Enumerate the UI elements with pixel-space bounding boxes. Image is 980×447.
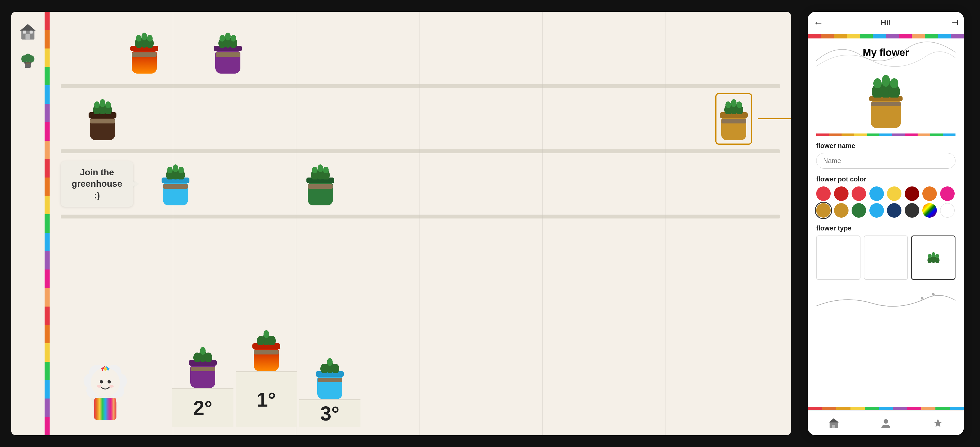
swatch-red[interactable] <box>816 186 831 201</box>
main-panel: Join the greenhouse :) <box>11 12 791 435</box>
pot-blue-1 <box>162 163 189 205</box>
my-flower-title: My flower <box>816 47 956 59</box>
swatch-orange[interactable] <box>922 186 937 201</box>
svg-point-40 <box>178 167 184 173</box>
svg-point-15 <box>136 35 142 41</box>
svg-point-85 <box>932 252 935 257</box>
swatch-dark-red2[interactable] <box>905 186 919 201</box>
selected-pot-area[interactable] <box>715 93 752 145</box>
svg-point-80 <box>873 78 882 88</box>
svg-point-7 <box>29 56 34 63</box>
sidebar <box>11 12 45 435</box>
plant-icon[interactable] <box>19 52 37 70</box>
home-icon[interactable] <box>19 23 37 41</box>
svg-point-81 <box>890 78 898 88</box>
swatch-red2[interactable] <box>851 186 866 201</box>
flower-name-input[interactable] <box>816 153 956 169</box>
pot-golden-selected <box>720 97 748 140</box>
flower-type-grid <box>816 235 956 280</box>
flower-preview <box>816 72 956 128</box>
speech-bubble: Join the greenhouse :) <box>61 161 133 207</box>
swatch-rainbow[interactable] <box>922 203 937 218</box>
swatch-pink[interactable] <box>940 186 955 201</box>
svg-point-6 <box>21 56 27 63</box>
shelf-1 <box>61 84 780 88</box>
svg-point-38 <box>173 164 178 172</box>
swatch-dark[interactable] <box>905 203 919 218</box>
swatch-green[interactable] <box>851 203 866 218</box>
svg-point-57 <box>97 385 102 388</box>
back-button[interactable]: ← <box>813 17 823 29</box>
pot-red-orange <box>130 31 158 73</box>
svg-point-88 <box>921 297 923 299</box>
flower-type-empty-2[interactable] <box>864 235 908 280</box>
phone-header: ← Hi! ⊣ <box>808 12 964 34</box>
svg-point-86 <box>928 254 932 259</box>
right-panel: ← Hi! ⊣ My flower <box>808 12 964 435</box>
swatch-yellow[interactable] <box>887 186 902 201</box>
svg-marker-91 <box>829 418 839 423</box>
svg-point-75 <box>327 358 332 366</box>
rainbow-strip-top <box>808 34 964 38</box>
svg-rect-4 <box>30 31 33 34</box>
svg-point-89 <box>932 293 935 296</box>
svg-point-22 <box>231 35 236 41</box>
pot-podium-1 <box>252 329 280 371</box>
pot-dark-green <box>306 163 334 205</box>
svg-rect-2 <box>25 34 30 40</box>
flower-type-label: flower type <box>816 224 956 232</box>
svg-point-79 <box>882 75 890 87</box>
swatch-navy[interactable] <box>887 203 902 218</box>
svg-point-87 <box>935 254 939 259</box>
swatch-golden2[interactable] <box>834 203 848 218</box>
flower-type-empty-1[interactable] <box>816 235 861 280</box>
svg-point-56 <box>108 380 111 383</box>
svg-point-39 <box>167 167 173 173</box>
swatch-white[interactable] <box>940 203 955 218</box>
exit-button[interactable]: ⊣ <box>951 18 958 27</box>
pot-podium-3 <box>316 356 344 399</box>
svg-point-46 <box>323 167 329 173</box>
pot-purple-1 <box>214 31 242 73</box>
svg-point-58 <box>109 385 114 388</box>
podium-area: 2° <box>172 329 361 427</box>
svg-rect-62 <box>94 398 116 420</box>
swatch-golden[interactable] <box>816 203 831 218</box>
shelf-3 <box>61 215 780 218</box>
flower-pot-color-label: flower pot color <box>816 175 956 183</box>
swatch-blue[interactable] <box>869 186 884 201</box>
svg-point-93 <box>884 419 888 423</box>
nav-profile[interactable] <box>878 415 894 431</box>
svg-marker-1 <box>20 24 35 30</box>
greenhouse-area: Join the greenhouse :) <box>49 12 791 435</box>
svg-point-14 <box>142 33 147 40</box>
phone-title: Hi! <box>881 18 891 27</box>
flower-type-selected[interactable] <box>911 235 956 280</box>
svg-point-16 <box>147 35 153 41</box>
character-mascot <box>75 346 136 424</box>
flower-name-label: flower name <box>816 142 956 150</box>
svg-point-45 <box>312 167 318 173</box>
svg-point-55 <box>100 380 103 383</box>
svg-rect-10 <box>25 62 30 64</box>
phone-body: My flower <box>808 38 964 407</box>
svg-point-33 <box>725 102 731 108</box>
pot-dark-brown <box>89 97 116 140</box>
svg-marker-94 <box>934 418 942 427</box>
shelf-2 <box>61 150 780 153</box>
svg-point-71 <box>264 330 269 338</box>
swatch-dark-red[interactable] <box>834 186 848 201</box>
phone-bottom-nav <box>808 410 964 435</box>
svg-point-26 <box>100 99 105 107</box>
svg-point-21 <box>220 35 225 41</box>
svg-point-54 <box>91 368 120 397</box>
svg-point-44 <box>318 164 323 172</box>
nav-star[interactable] <box>929 415 946 431</box>
svg-point-27 <box>94 102 100 108</box>
swatch-light-blue[interactable] <box>869 203 884 218</box>
nav-home[interactable] <box>826 415 842 431</box>
svg-rect-3 <box>23 31 26 34</box>
svg-point-61 <box>103 367 107 371</box>
svg-point-34 <box>737 102 742 108</box>
svg-point-28 <box>105 102 111 108</box>
